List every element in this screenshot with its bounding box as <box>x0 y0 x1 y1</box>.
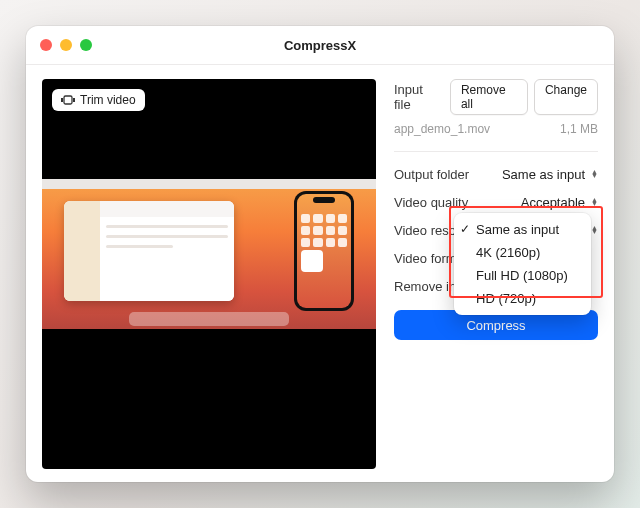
option-label: 4K (2160p) <box>476 245 540 260</box>
option-label: HD (720p) <box>476 291 536 306</box>
video-quality-value: Acceptable <box>521 195 585 210</box>
window-title: CompressX <box>26 38 614 53</box>
input-file-label: Input file <box>394 82 442 112</box>
video-quality-row: Video quality Acceptable ▲▼ <box>394 188 598 216</box>
option-label: Same as input <box>476 222 559 237</box>
video-preview[interactable]: Trim video <box>42 79 376 469</box>
svg-rect-0 <box>61 98 63 102</box>
file-row: app_demo_1.mov 1,1 MB <box>394 115 598 143</box>
file-name: app_demo_1.mov <box>394 122 490 136</box>
video-quality-label: Video quality <box>394 195 468 210</box>
chevron-updown-icon: ▲▼ <box>591 198 598 206</box>
compress-label: Compress <box>466 318 525 333</box>
titlebar: CompressX <box>26 26 614 65</box>
input-file-row: Input file Remove all Change <box>394 79 598 115</box>
preview-pane: Trim video <box>26 65 386 482</box>
output-folder-select[interactable]: Same as input ▲▼ <box>502 167 598 182</box>
remove-all-button[interactable]: Remove all <box>450 79 528 115</box>
change-button[interactable]: Change <box>534 79 598 115</box>
chevron-updown-icon: ▲▼ <box>591 170 598 178</box>
svg-rect-2 <box>64 96 72 104</box>
chevron-updown-icon: ▲▼ <box>591 226 598 234</box>
video-quality-select[interactable]: Acceptable ▲▼ <box>521 195 598 210</box>
file-size: 1,1 MB <box>560 122 598 136</box>
trim-video-button[interactable]: Trim video <box>52 89 145 111</box>
svg-rect-1 <box>73 98 75 102</box>
resolution-option[interactable]: 4K (2160p) <box>454 241 591 264</box>
output-folder-row: Output folder Same as input ▲▼ <box>394 160 598 188</box>
output-folder-label: Output folder <box>394 167 469 182</box>
output-folder-value: Same as input <box>502 167 585 182</box>
video-frame <box>42 179 376 329</box>
resolution-dropdown: ✓ Same as input 4K (2160p) Full HD (1080… <box>454 213 591 315</box>
option-label: Full HD (1080p) <box>476 268 568 283</box>
check-icon: ✓ <box>460 222 470 236</box>
resolution-option[interactable]: Full HD (1080p) <box>454 264 591 287</box>
resolution-option[interactable]: HD (720p) <box>454 287 591 310</box>
trim-video-label: Trim video <box>80 93 136 107</box>
resolution-option[interactable]: ✓ Same as input <box>454 218 591 241</box>
trim-icon <box>61 94 75 106</box>
